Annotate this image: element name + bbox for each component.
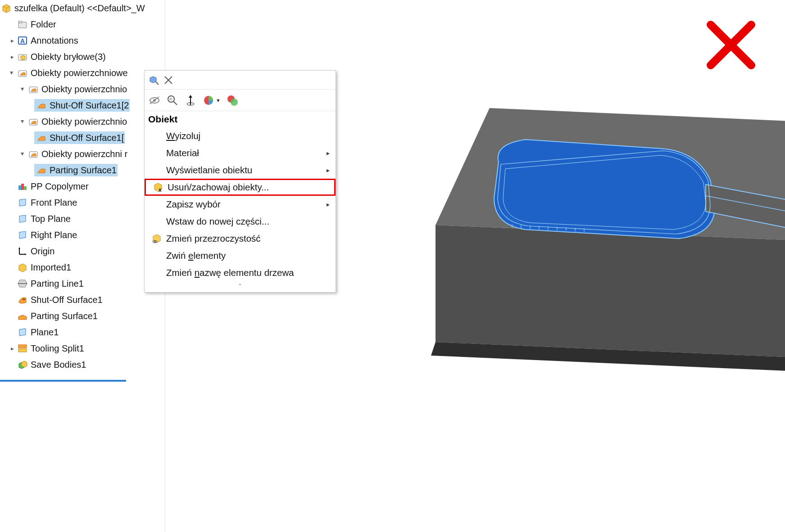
tree-top-plane-item[interactable]: Top Plane xyxy=(0,211,165,227)
surface-folder-icon xyxy=(27,148,40,160)
tree-tooling-split-label: Tooling Split1 xyxy=(31,343,84,354)
tree-shutoff2-label: Shut-Off Surface1[ xyxy=(50,133,124,143)
tree-tooling-split-item[interactable]: ▸ Tooling Split1 xyxy=(0,340,165,356)
plane-icon xyxy=(16,229,29,241)
tree-save-bodies-item[interactable]: Save Bodies1 xyxy=(0,356,165,373)
tree-save-bodies-label: Save Bodies1 xyxy=(31,360,86,370)
tree-parting-line-item[interactable]: Parting Line1 xyxy=(0,275,165,292)
svg-marker-15 xyxy=(19,199,26,206)
tree-parting-surface-feat-item[interactable]: Parting Surface1 xyxy=(0,308,165,324)
delete-keep-icon: x xyxy=(150,181,168,193)
tree-front-plane-item[interactable]: Front Plane xyxy=(0,194,165,211)
tree-root-label: szufelka (Default) <<Default>_W xyxy=(14,3,145,14)
expander-open-icon[interactable]: ▸ xyxy=(9,70,16,76)
tree-end-bar xyxy=(0,380,126,382)
imported-icon xyxy=(16,261,29,274)
tree-parting-folder-item[interactable]: ▸ Obiekty powierzchni r xyxy=(0,146,165,162)
tree-plane1-item[interactable]: Plane1 xyxy=(0,324,165,340)
tree-surface-bodies-item[interactable]: ▸ Obiekty powierzchniowe xyxy=(0,65,165,81)
svg-rect-13 xyxy=(21,184,24,190)
svg-marker-20 xyxy=(18,247,20,249)
plane-icon xyxy=(16,196,29,209)
tree-solid-bodies-label: Obiekty bryłowe(3) xyxy=(31,52,106,62)
context-save-selection-label: Zapisz wybór xyxy=(166,199,327,210)
expander-open-icon[interactable]: ▸ xyxy=(19,151,27,157)
context-rename-item[interactable]: Zmień nazwę elementu drzewa xyxy=(145,264,336,281)
context-isolate-item[interactable]: Wyizoluj xyxy=(145,127,336,144)
tree-imported-item[interactable]: Imported1 xyxy=(0,259,165,275)
tree-imported-label: Imported1 xyxy=(31,262,71,273)
tree-annotations-label: Annotations xyxy=(31,36,78,46)
context-insert-new-part-item[interactable]: Wstaw do nowej części... xyxy=(145,213,336,230)
context-transparency-label: Zmień przezroczystość xyxy=(166,233,336,244)
svg-text:x: x xyxy=(159,187,162,193)
tree-right-plane-label: Right Plane xyxy=(31,230,77,240)
tree-root-item[interactable]: szufelka (Default) <<Default>_W xyxy=(0,0,165,16)
tree-folder-item[interactable]: Folder xyxy=(0,16,165,32)
tree-shutoff1-item[interactable]: Shut-Off Surface1[2 xyxy=(0,97,165,113)
tree-folder-label: Folder xyxy=(31,19,56,30)
tree-origin-item[interactable]: Origin xyxy=(0,243,165,259)
tree-shutoff-feat-item[interactable]: Shut-Off Surface1 xyxy=(0,292,165,308)
tree-annotations-item[interactable]: ▸ A Annotations xyxy=(0,32,165,49)
expander-open-icon[interactable]: ▸ xyxy=(19,86,27,92)
tree-right-plane-item[interactable]: Right Plane xyxy=(0,227,165,243)
svg-line-48 xyxy=(156,82,159,85)
svg-rect-12 xyxy=(18,185,21,190)
tree-surface-sub2-item[interactable]: ▸ Obiekty powierzchnio xyxy=(0,113,165,130)
submenu-arrow-icon: ▸ xyxy=(327,167,336,174)
submenu-arrow-icon: ▸ xyxy=(327,149,336,157)
svg-text:A: A xyxy=(20,37,25,45)
surface-folder-icon xyxy=(27,83,40,95)
normal-to-icon[interactable] xyxy=(184,94,197,107)
expander-open-icon[interactable]: ▸ xyxy=(19,118,27,125)
zoom-to-icon[interactable]: = xyxy=(166,94,179,107)
tree-parting-line-label: Parting Line1 xyxy=(31,279,84,289)
hide-icon[interactable] xyxy=(148,94,161,107)
tree-parting-surface-item[interactable]: Parting Surface1 xyxy=(0,162,165,178)
save-bodies-icon xyxy=(16,358,29,371)
tree-surface-sub2-label: Obiekty powierzchnio xyxy=(41,117,127,127)
context-material-item[interactable]: Materiał ▸ xyxy=(145,144,336,162)
svg-marker-7 xyxy=(21,55,25,60)
tree-parting-surface-feat-label: Parting Surface1 xyxy=(31,311,98,321)
appearance-copy-icon[interactable] xyxy=(226,94,239,107)
tree-parting-folder-label: Obiekty powierzchni r xyxy=(41,149,127,159)
tree-top-plane-label: Top Plane xyxy=(31,214,71,224)
selection-filter-icon[interactable] xyxy=(163,75,173,85)
context-save-selection-item[interactable]: Zapisz wybór ▸ xyxy=(145,196,336,213)
expander-icon[interactable]: ▸ xyxy=(9,53,15,60)
chevron-down-icon: ˇ xyxy=(239,283,241,290)
transparency-icon xyxy=(148,233,166,244)
context-delete-keep-item[interactable]: x Usuń/zachowaj obiekty... xyxy=(145,179,336,196)
tree-shutoff2-item[interactable]: Shut-Off Surface1[ xyxy=(0,130,165,146)
context-display-item[interactable]: Wyświetlanie obiektu ▸ xyxy=(145,162,336,179)
context-display-label: Wyświetlanie obiektu xyxy=(166,165,327,176)
plane-icon xyxy=(16,212,29,225)
svg-marker-47 xyxy=(150,77,156,83)
context-transparency-item[interactable]: Zmień przezroczystość xyxy=(145,230,336,247)
context-material-label: Materiał xyxy=(166,148,327,158)
tree-parting-surface-label: Parting Surface1 xyxy=(50,165,117,176)
expander-icon[interactable]: ▸ xyxy=(9,345,15,352)
svg-marker-22 xyxy=(19,264,26,272)
context-expand-hint[interactable]: ˇ xyxy=(145,281,336,292)
feature-tree-panel: szufelka (Default) <<Default>_W Folder ▸… xyxy=(0,0,165,532)
svg-rect-27 xyxy=(18,345,27,348)
svg-marker-34 xyxy=(436,225,785,360)
tree-plane1-label: Plane1 xyxy=(31,327,59,338)
parting-line-icon xyxy=(16,277,29,290)
dropdown-arrow-icon[interactable]: ▼ xyxy=(216,98,221,103)
select-other-icon[interactable] xyxy=(148,74,160,86)
context-delete-keep-label: Usuń/zachowaj obiekty... xyxy=(168,182,334,193)
annotations-icon: A xyxy=(16,34,29,47)
tree-surface-sub1-item[interactable]: ▸ Obiekty powierzchnio xyxy=(0,81,165,97)
tree-material-item[interactable]: PP Copolymer xyxy=(0,178,165,194)
surface-icon xyxy=(35,131,48,144)
context-collapse-label: Zwiń elementy xyxy=(166,250,336,261)
tree-solid-bodies-item[interactable]: ▸ Obiekty bryłowe(3) xyxy=(0,49,165,65)
appearance-icon[interactable]: ▼ xyxy=(202,94,221,107)
tree-surface-bodies-label: Obiekty powierzchniowe xyxy=(31,68,128,78)
expander-icon[interactable]: ▸ xyxy=(9,37,15,44)
context-collapse-item[interactable]: Zwiń elementy xyxy=(145,247,336,264)
